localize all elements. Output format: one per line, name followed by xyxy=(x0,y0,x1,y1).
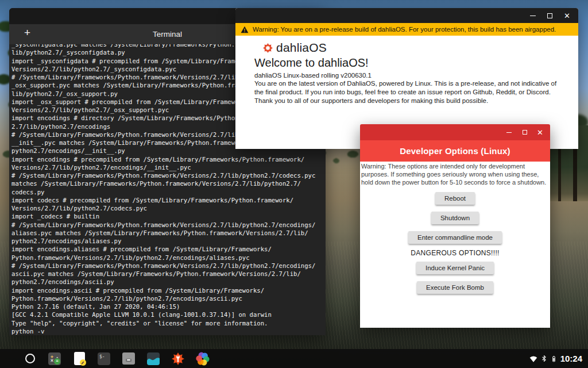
terminal-line: python -v xyxy=(11,327,326,335)
terminal-line: Python.framework/Versions/2.7/lib/python… xyxy=(11,254,326,262)
terminal-line: # /System/Library/Frameworks/Python.fram… xyxy=(11,262,326,270)
version-text: dahliaOS Linux-based rolling v200630.1 xyxy=(254,72,564,79)
terminal-line: import encodings # precompiled from /Sys… xyxy=(11,155,326,163)
terminal-line: # /System/Library/Frameworks/Python.fram… xyxy=(11,171,326,179)
minimize-icon[interactable] xyxy=(529,12,536,20)
terminal-line: python2.7/encodings/ascii.py xyxy=(11,278,326,286)
developer-options-title: Developer Options (Linux) xyxy=(360,140,550,162)
welcome-titlebar[interactable]: ✕ xyxy=(235,8,578,23)
battery-icon xyxy=(550,354,557,363)
terminal-line: import codecs # precompiled from /System… xyxy=(11,196,326,204)
dahliaos-logo: dahliaOS xyxy=(263,41,564,55)
dahlia-flower-icon xyxy=(263,43,273,53)
settings-app-button[interactable] xyxy=(171,352,185,366)
terminal-line: Type "help", "copyright", "credits" or "… xyxy=(11,319,326,327)
dangerous-option-button[interactable]: Induce Kernel Panic xyxy=(416,262,494,274)
calculator-app-button[interactable]: + - × = xyxy=(48,352,61,366)
logo-text: dahliaOS xyxy=(276,41,327,55)
dev-option-button[interactable]: Shutdown xyxy=(431,212,479,224)
terminal-line: import encodings.ascii # precompiled fro… xyxy=(11,286,326,294)
media-app-button[interactable] xyxy=(146,352,160,366)
terminal-line: Versions/2.7/lib/python2.7/codecs.pyc xyxy=(11,204,326,212)
terminal-line: Versions/2.7/lib/python2.7/encodings/__i… xyxy=(11,163,326,171)
taskbar: + - × = $- xyxy=(0,349,588,368)
terminal-line: import _codecs # builtin xyxy=(11,212,326,220)
launcher-ring-icon xyxy=(25,354,35,363)
files-app-button[interactable] xyxy=(122,352,136,366)
wifi-icon xyxy=(529,354,538,363)
terminal-line: [GCC 4.2.1 Compatible Apple LLVM 10.0.1 … xyxy=(11,310,326,319)
dev-option-button[interactable]: Enter commandline mode xyxy=(408,231,502,244)
calculator-icon: + - × = xyxy=(48,352,61,365)
terminal-line: # /System/Library/Frameworks/Python.fram… xyxy=(11,221,326,229)
developer-options-body: Warning: These options are intended only… xyxy=(360,162,550,294)
developer-options-window: ✕ Developer Options (Linux) Warning: The… xyxy=(360,124,550,328)
terminal-line: ascii.pyc matches /System/Library/Framew… xyxy=(11,270,326,278)
welcome-heading: Welcome to dahliaOS! xyxy=(254,56,564,70)
minimize-icon[interactable] xyxy=(505,129,513,136)
clock: 10:24 xyxy=(560,354,582,363)
notes-icon xyxy=(74,352,85,365)
launcher-button[interactable] xyxy=(23,352,37,366)
banner-text: Warning: You are on a pre-release build … xyxy=(253,26,556,33)
developer-options-titlebar[interactable]: ✕ xyxy=(360,124,550,140)
bluetooth-icon xyxy=(540,354,548,363)
terminal-line: Python 2.7.16 (default, Jan 27 2020, 04:… xyxy=(11,302,326,310)
terminal-line: codecs.py xyxy=(11,188,326,196)
maximize-icon[interactable] xyxy=(521,129,528,136)
media-icon xyxy=(147,352,160,365)
desktop: + Terminal _sysconfigdata.pyc matches /S… xyxy=(0,0,588,368)
taskbar-apps: + - × = $- xyxy=(0,352,210,366)
terminal-line: import encodings.aliases # precompiled f… xyxy=(11,245,326,253)
terminal-line: aliases.pyc matches /System/Library/Fram… xyxy=(11,229,326,237)
close-icon[interactable]: ✕ xyxy=(536,129,544,136)
terminal-app-button[interactable]: $- xyxy=(97,352,111,366)
flower-pinwheel-icon xyxy=(196,352,210,366)
close-icon[interactable]: ✕ xyxy=(563,12,571,20)
dangerous-option-button[interactable]: Execute Fork Bomb xyxy=(417,281,493,294)
welcome-paragraph: You are on the latest version of DahliaO… xyxy=(254,79,564,105)
prerelease-warning-banner: Warning: You are on a pre-release build … xyxy=(235,23,578,36)
warning-icon xyxy=(241,26,249,33)
dev-option-button[interactable]: Reboot xyxy=(435,192,475,205)
files-icon xyxy=(122,352,135,365)
terminal-line: matches /System/Library/Frameworks/Pytho… xyxy=(11,179,326,187)
terminal-line: python2.7/encodings/aliases.py xyxy=(11,237,326,245)
settings-gear-icon xyxy=(171,352,185,366)
maximize-icon[interactable] xyxy=(546,12,554,20)
welcome-body: dahliaOS Welcome to dahliaOS! dahliaOS L… xyxy=(235,36,578,105)
dangerous-options-label: DANGEROUS OPTIONS!!!! xyxy=(361,249,549,257)
notes-app-button[interactable] xyxy=(72,352,86,366)
status-tray[interactable]: 10:24 xyxy=(529,354,588,363)
developer-warning-text: Warning: These options are intended only… xyxy=(361,163,549,186)
terminal-line: Python.framework/Versions/2.7/lib/python… xyxy=(11,294,326,302)
welcome-app-button[interactable] xyxy=(196,352,210,366)
terminal-icon: $- xyxy=(98,352,110,365)
